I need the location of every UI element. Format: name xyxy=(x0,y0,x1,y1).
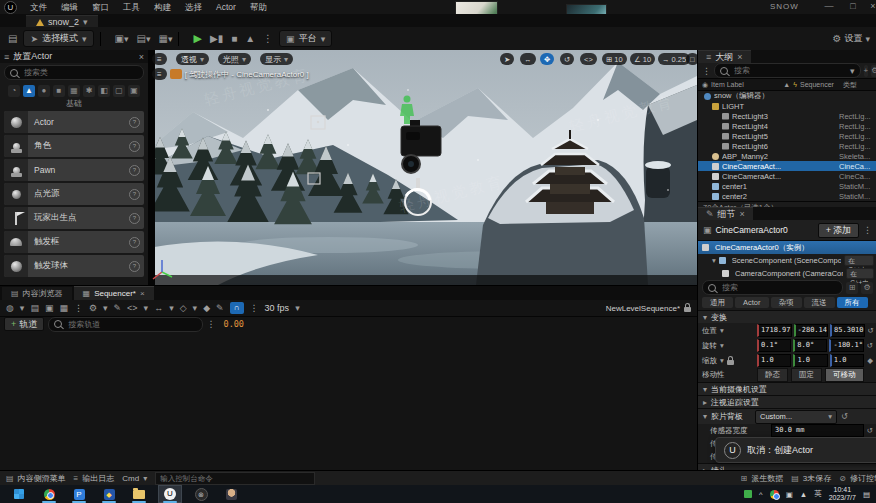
actions-wrench-icon[interactable]: ⚙ xyxy=(89,303,97,313)
rotation-dropdown[interactable]: 旋转 ▾ xyxy=(702,341,754,351)
dark-app-icon[interactable]: ⊗ xyxy=(190,486,212,502)
add-actor-icon[interactable]: ▣ xyxy=(115,33,124,44)
snap-kebab-icon[interactable]: ⋮ xyxy=(250,303,259,313)
outliner-row-folder[interactable]: LIGHT xyxy=(698,101,876,111)
place-actors-search[interactable] xyxy=(4,65,144,80)
keyframe-icon[interactable]: ◆ xyxy=(867,356,873,365)
keyframe-options-icon[interactable]: ◇ xyxy=(180,303,187,313)
menu-actor[interactable]: Actor xyxy=(209,0,243,14)
tab-misc[interactable]: 杂项 xyxy=(771,297,802,308)
notification-center-icon[interactable]: ▤ xyxy=(863,490,870,499)
track-search[interactable] xyxy=(48,317,202,332)
scale-dropdown[interactable]: 缩放 ▾ xyxy=(702,356,754,366)
minimize-button[interactable]: — xyxy=(820,0,838,13)
reset-icon[interactable]: ↺ xyxy=(841,412,848,421)
category-basic-icon[interactable]: ▲ xyxy=(23,85,35,97)
settings-dropdown[interactable]: ⚙ 设置 ▾ xyxy=(825,32,876,45)
tab-streaming[interactable]: 流送 xyxy=(804,297,835,308)
column-type[interactable]: 类型 xyxy=(843,80,873,90)
column-item-label[interactable]: Item Label xyxy=(711,81,780,88)
category-all-icon[interactable]: ▣ xyxy=(128,85,140,97)
auto-key-icon[interactable]: ◆ xyxy=(203,303,210,313)
filmback-header[interactable]: ▾ 胶片背板 Custom... ▾ ↺ xyxy=(698,408,876,424)
tray-browser-icon[interactable] xyxy=(770,490,779,499)
scale-y-field[interactable]: 1.0 xyxy=(793,354,827,367)
cinematics-icon[interactable]: ▦ xyxy=(159,33,168,44)
snap-magnet-toggle[interactable]: ∩ xyxy=(230,302,244,314)
rotation-z-field[interactable]: -180.1° xyxy=(829,339,863,352)
mobility-movable[interactable]: 可移动 xyxy=(825,368,864,382)
location-dropdown[interactable]: 位置 ▾ xyxy=(702,326,754,336)
content-drawer-button[interactable]: ▤ 内容侧滑菜单 xyxy=(6,473,66,484)
expander-icon[interactable]: ▾ xyxy=(712,256,716,265)
edit-pen-icon[interactable]: ✎ xyxy=(114,303,122,313)
sensor-width-field[interactable]: 30.0 mm xyxy=(771,424,864,437)
outliner-row-rectlight[interactable]: RectLight3RectLig... xyxy=(698,111,876,121)
place-item-character[interactable]: 角色 ? xyxy=(4,135,144,157)
output-log-button[interactable]: ≡ 输出日志 xyxy=(74,473,115,484)
outliner-row-cinecamera-selected[interactable]: CineCameraAct...CineCa... xyxy=(698,161,876,171)
stop-button[interactable]: ■ xyxy=(231,33,237,44)
blueprints-icon[interactable]: ▤ xyxy=(137,33,146,44)
render-movie-icon[interactable]: ▦ xyxy=(59,303,68,313)
help-icon[interactable]: ? xyxy=(129,189,140,200)
tray-display-icon[interactable]: ▣ xyxy=(786,490,793,499)
console-command-input[interactable] xyxy=(155,472,315,485)
view-mode-dropdown[interactable]: 光照 ▾ xyxy=(218,53,251,65)
add-track-button[interactable]: + 轨道 xyxy=(4,317,44,331)
reset-icon[interactable]: ↺ xyxy=(868,326,874,335)
outliner-row-rectlight[interactable]: RectLight6RectLig... xyxy=(698,141,876,151)
menu-tools[interactable]: 工具 xyxy=(116,0,147,14)
viewport-options-menu[interactable]: ≡ xyxy=(152,53,167,65)
category-lights-icon[interactable]: ● xyxy=(38,85,50,97)
console-dropdown[interactable]: Cmd ▾ xyxy=(122,474,147,483)
fps-dropdown[interactable]: 30 fps xyxy=(265,303,290,313)
close-icon[interactable]: × xyxy=(740,209,745,219)
category-volumes-icon[interactable]: ▢ xyxy=(113,85,125,97)
rotation-x-field[interactable]: 0.1° xyxy=(757,339,791,352)
details-tab[interactable]: ✎ 细节 × xyxy=(698,207,753,220)
help-icon[interactable]: ? xyxy=(129,261,140,272)
menu-window[interactable]: 窗口 xyxy=(85,0,116,14)
reset-icon[interactable]: ↺ xyxy=(867,341,873,350)
details-gear-icon[interactable]: ⚙ xyxy=(861,282,873,294)
location-z-field[interactable]: 85.3010 xyxy=(830,324,865,337)
lookat-tracking-header[interactable]: ▸ 注视追踪设置 xyxy=(698,395,876,408)
outliner-search-input[interactable] xyxy=(732,65,846,76)
details-search-input[interactable] xyxy=(720,282,837,293)
camera-cut-icon[interactable]: ▣ xyxy=(45,303,54,313)
menu-help[interactable]: 帮助 xyxy=(243,0,274,14)
frame-skip-button[interactable]: ▶▮ xyxy=(210,33,223,44)
tab-general[interactable]: 通用 xyxy=(702,297,733,308)
close-icon[interactable]: × xyxy=(139,52,144,62)
column-sequencer[interactable]: Sequencer xyxy=(800,81,840,88)
place-item-pawn[interactable]: Pawn ? xyxy=(4,159,144,181)
category-cinematic-icon[interactable]: ▦ xyxy=(68,85,80,97)
category-recent-icon[interactable]: ◔ xyxy=(8,85,20,97)
platforms-dropdown[interactable]: ▣ 平台 ▾ xyxy=(279,30,332,47)
play-button[interactable]: ▶ xyxy=(193,32,201,45)
menu-edit[interactable]: 编辑 xyxy=(54,0,85,14)
help-icon[interactable]: ? xyxy=(129,165,140,176)
taskbar-clock[interactable]: 10:41 2023/7/7 xyxy=(829,486,856,502)
outliner-add-icon[interactable]: + xyxy=(864,65,869,77)
edit-options-icon[interactable]: ✎ xyxy=(216,303,224,313)
outliner-row-cinecamera[interactable]: CineCameraAct...CineCa... xyxy=(698,171,876,181)
track-filter-icon[interactable]: ⋮ xyxy=(207,319,216,329)
pilot-camera-icon[interactable] xyxy=(170,69,182,79)
menu-file[interactable]: 文件 xyxy=(23,0,54,14)
lock-icon[interactable] xyxy=(684,307,691,312)
component-row-instance[interactable]: CineCameraActor0（实例） xyxy=(698,241,876,254)
current-time-display[interactable]: 0.00 xyxy=(224,319,244,329)
current-camera-settings-header[interactable]: ▾ 当前摄像机设置 xyxy=(698,382,876,395)
outliner-row-staticmesh[interactable]: center2StaticM... xyxy=(698,191,876,201)
grid-snap-toggle[interactable]: ⊞ 10 xyxy=(602,53,627,65)
tray-expand-icon[interactable]: ^ xyxy=(759,490,763,499)
outliner-row-level[interactable]: snow（编辑器） xyxy=(698,91,876,101)
filmback-preset-dropdown[interactable]: Custom... ▾ xyxy=(755,410,837,424)
derived-data-button[interactable]: ⊞ 派生数据 xyxy=(741,473,784,484)
rotation-y-field[interactable]: 8.0° xyxy=(793,339,827,352)
eye-column-icon[interactable]: ◉ xyxy=(702,81,708,89)
details-grid-icon[interactable]: ⊞ xyxy=(846,282,858,294)
track-search-input[interactable] xyxy=(66,319,196,330)
